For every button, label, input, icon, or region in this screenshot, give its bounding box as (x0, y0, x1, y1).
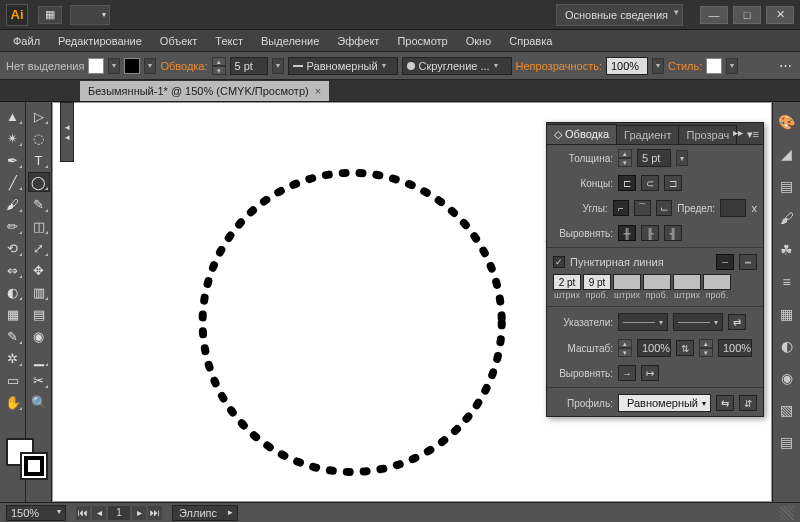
prev-artboard[interactable]: ◂ (92, 506, 106, 520)
stroke-label[interactable]: Обводка: (160, 60, 207, 72)
menu-file[interactable]: Файл (4, 35, 49, 47)
shape-builder-tool[interactable]: ◐ (2, 282, 24, 302)
style-swatch[interactable] (706, 58, 722, 74)
stroke-profile-select[interactable]: Равномерный▾ (288, 57, 398, 75)
gap-3[interactable] (703, 274, 731, 290)
pen-tool[interactable]: ✒ (2, 150, 24, 170)
paintbrush-tool[interactable]: 🖌 (2, 194, 24, 214)
scale-tool[interactable]: ⤢ (28, 238, 50, 258)
color-panel-icon[interactable]: 🎨 (777, 112, 797, 132)
dash-3[interactable] (673, 274, 701, 290)
gradient-tool[interactable]: ▤ (28, 304, 50, 324)
dashed-checkbox[interactable]: ✓ (553, 256, 565, 268)
scale-link-icon[interactable]: ⇅ (676, 340, 694, 356)
arrow-start-select[interactable]: ▾ (618, 313, 668, 331)
free-transform-tool[interactable]: ✥ (28, 260, 50, 280)
artboard-tool[interactable]: ▭ (2, 370, 24, 390)
menu-edit[interactable]: Редактирование (49, 35, 151, 47)
graphic-styles-panel-icon[interactable]: ▧ (777, 400, 797, 420)
profile-flip-y-icon[interactable]: ⇵ (739, 395, 757, 411)
brush-select[interactable]: Скругление ...▾ (402, 57, 512, 75)
direct-selection-tool[interactable]: ▷ (28, 106, 50, 126)
fill-swatch[interactable] (88, 58, 104, 74)
dash-preserve[interactable]: ┄ (716, 254, 734, 270)
tab-transparency[interactable]: Прозрач (679, 125, 737, 144)
stroke-dropdown[interactable]: ▾ (144, 58, 156, 74)
opacity-field[interactable]: 100% (606, 57, 648, 75)
panel-menu-icon[interactable]: ▾≡ (747, 128, 759, 141)
join-miter[interactable]: ⌐ (613, 200, 630, 216)
arrow-align-tip[interactable]: ↦ (641, 365, 659, 381)
stroke-weight-field[interactable]: 5 pt (230, 57, 268, 75)
eraser-tool[interactable]: ◫ (28, 216, 50, 236)
hand-tool[interactable]: ✋ (2, 392, 24, 412)
stroke-swatch[interactable] (124, 58, 140, 74)
profile-flip-x-icon[interactable]: ⇆ (716, 395, 734, 411)
opacity-dropdown[interactable]: ▾ (652, 58, 664, 74)
align-outside[interactable]: ╢ (664, 225, 682, 241)
appearance-panel-icon[interactable]: ◉ (777, 368, 797, 388)
type-tool[interactable]: T (28, 150, 50, 170)
menu-type[interactable]: Текст (206, 35, 252, 47)
menu-object[interactable]: Объект (151, 35, 206, 47)
style-label[interactable]: Стиль: (668, 60, 702, 72)
min-button[interactable]: — (700, 6, 728, 24)
artboard-number[interactable]: 1 (108, 506, 130, 520)
workspace-select[interactable]: Основные сведения (556, 4, 683, 26)
brushes-panel-icon[interactable]: 🖌 (777, 208, 797, 228)
gradient-panel-icon[interactable]: ▦ (777, 304, 797, 324)
color-guide-panel-icon[interactable]: ◢ (777, 144, 797, 164)
lasso-tool[interactable]: ◌ (28, 128, 50, 148)
line-tool[interactable]: ╱ (2, 172, 24, 192)
gap-1[interactable]: 9 pt (583, 274, 611, 290)
slice-tool[interactable]: ✂ (28, 370, 50, 390)
zoom-tool[interactable]: 🔍 (28, 392, 50, 412)
blend-tool[interactable]: ◉ (28, 326, 50, 346)
zoom-field[interactable]: 150%▾ (6, 505, 66, 521)
menu-select[interactable]: Выделение (252, 35, 328, 47)
panel-collapse-icon[interactable]: ▸▸ (733, 127, 743, 138)
menu-view[interactable]: Просмотр (388, 35, 456, 47)
blob-brush-tool[interactable]: ✏ (2, 216, 24, 236)
pencil-tool[interactable]: ✎ (28, 194, 50, 214)
tab-stroke[interactable]: ◇ Обводка (547, 124, 617, 144)
doc-arrange-dropdown[interactable]: ▾ (70, 5, 110, 25)
dash-2[interactable] (613, 274, 641, 290)
tools-collapse-toggle[interactable]: ◂◂ (60, 102, 74, 162)
align-inside[interactable]: ╟ (641, 225, 659, 241)
first-artboard[interactable]: ⏮ (76, 506, 90, 520)
document-tab[interactable]: Безымянный-1* @ 150% (CMYK/Просмотр) × (80, 81, 329, 101)
ellipse-tool[interactable]: ◯ (28, 172, 50, 192)
join-round[interactable]: ⌒ (634, 200, 651, 216)
transparency-panel-icon[interactable]: ◐ (777, 336, 797, 356)
status-tool[interactable]: Эллипс (172, 505, 238, 521)
fill-stroke-proxy[interactable] (4, 432, 50, 482)
stroke-weight-dropdown[interactable]: ▾ (272, 58, 284, 74)
perspective-grid-tool[interactable]: ▥ (28, 282, 50, 302)
opacity-label[interactable]: Непрозрачность: (516, 60, 602, 72)
cap-butt[interactable]: ⊏ (618, 175, 636, 191)
tab-close-icon[interactable]: × (315, 85, 321, 97)
stroke-proxy[interactable] (20, 452, 48, 480)
magic-wand-tool[interactable]: ✴ (2, 128, 24, 148)
layers-panel-icon[interactable]: ▤ (777, 432, 797, 452)
limit-field[interactable] (720, 199, 746, 217)
stroke-panel-icon[interactable]: ≡ (777, 272, 797, 292)
dash-1[interactable]: 2 pt (553, 274, 581, 290)
cap-round[interactable]: ⊂ (641, 175, 659, 191)
scale-a-field[interactable]: 100% (637, 339, 671, 357)
stroke-stepper[interactable]: ▴▾ (212, 57, 226, 75)
scale-b-field[interactable]: 100% (718, 339, 752, 357)
rotate-tool[interactable]: ⟲ (2, 238, 24, 258)
eyedropper-tool[interactable]: ✎ (2, 326, 24, 346)
arrow-align-extend[interactable]: → (618, 365, 636, 381)
column-graph-tool[interactable]: ▁ (28, 348, 50, 368)
weight-field[interactable]: 5 pt (637, 149, 671, 167)
max-button[interactable]: □ (733, 6, 761, 24)
weight-dropdown[interactable]: ▾ (676, 150, 688, 166)
weight-stepper[interactable]: ▴▾ (618, 149, 632, 167)
menu-help[interactable]: Справка (500, 35, 561, 47)
bridge-icon[interactable]: ▦ (38, 6, 62, 24)
last-artboard[interactable]: ⏭ (148, 506, 162, 520)
symbols-panel-icon[interactable]: ☘ (777, 240, 797, 260)
